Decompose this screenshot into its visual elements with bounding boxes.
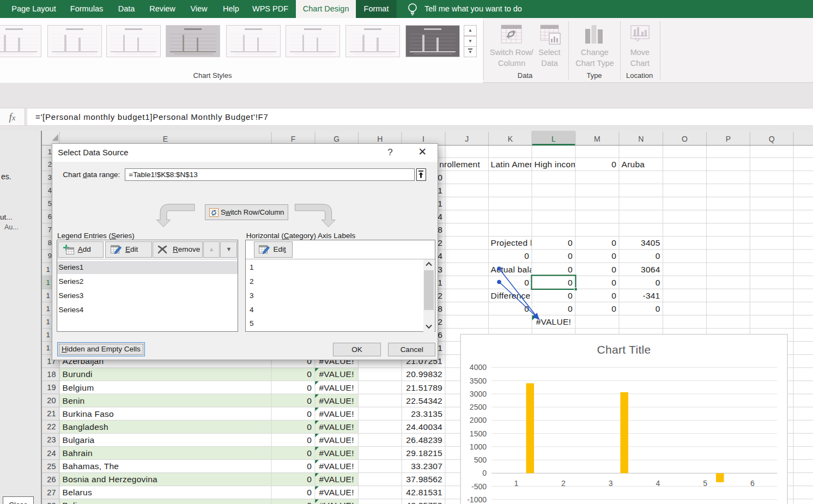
svg-text:0: 0 bbox=[307, 435, 312, 445]
svg-text:H: H bbox=[377, 135, 383, 143]
svg-text:4: 4 bbox=[438, 251, 442, 260]
svg-text:1: 1 bbox=[46, 318, 50, 326]
svg-text:3064: 3064 bbox=[641, 265, 660, 274]
svg-text:Belgium: Belgium bbox=[63, 383, 94, 392]
svg-text:26: 26 bbox=[47, 475, 56, 484]
svg-text:-500: -500 bbox=[471, 482, 487, 491]
svg-text:1: 1 bbox=[46, 305, 50, 313]
svg-text:N: N bbox=[638, 135, 644, 143]
svg-text:0: 0 bbox=[307, 475, 312, 484]
svg-text:19: 19 bbox=[47, 383, 56, 392]
svg-text:0: 0 bbox=[307, 369, 312, 379]
svg-text:0: 0 bbox=[568, 278, 573, 287]
svg-text:2: 2 bbox=[438, 317, 442, 326]
svg-text:28: 28 bbox=[47, 501, 56, 504]
svg-text:0: 0 bbox=[656, 251, 660, 260]
svg-text:1: 1 bbox=[46, 344, 50, 352]
svg-text:1: 1 bbox=[46, 278, 50, 287]
svg-text:0: 0 bbox=[656, 278, 660, 287]
svg-text:3500: 3500 bbox=[470, 377, 487, 385]
svg-text:Burundi: Burundi bbox=[63, 369, 93, 379]
svg-text:Bahrain: Bahrain bbox=[63, 448, 93, 458]
svg-text:3: 3 bbox=[609, 479, 613, 488]
svg-text:0: 0 bbox=[307, 383, 312, 392]
svg-text:E: E bbox=[163, 135, 168, 143]
svg-text:2: 2 bbox=[561, 479, 566, 488]
svg-text:1: 1 bbox=[438, 199, 442, 208]
svg-text:2: 2 bbox=[48, 160, 52, 168]
svg-text:4: 4 bbox=[48, 186, 52, 195]
svg-text:4: 4 bbox=[438, 212, 442, 221]
svg-text:#VALUE!: #VALUE! bbox=[319, 383, 354, 392]
svg-text:1000: 1000 bbox=[470, 442, 487, 451]
svg-text:0: 0 bbox=[568, 265, 573, 274]
svg-text:3405: 3405 bbox=[641, 238, 660, 247]
svg-text:20.99832: 20.99832 bbox=[406, 369, 442, 379]
svg-text:9: 9 bbox=[48, 252, 52, 260]
svg-text:Bangladesh: Bangladesh bbox=[63, 422, 108, 432]
svg-text:2: 2 bbox=[438, 291, 442, 300]
svg-text:#VALUE!: #VALUE! bbox=[319, 475, 354, 484]
svg-text:8: 8 bbox=[48, 239, 52, 247]
svg-text:K: K bbox=[508, 135, 513, 143]
svg-text:#VALUE!: #VALUE! bbox=[536, 317, 571, 326]
svg-text:#VALUE!: #VALUE! bbox=[319, 396, 354, 405]
svg-text:Q: Q bbox=[769, 135, 775, 143]
svg-text:3: 3 bbox=[48, 173, 52, 181]
svg-text:J: J bbox=[465, 135, 469, 143]
svg-text:#VALUE!: #VALUE! bbox=[319, 422, 354, 432]
svg-text:1500: 1500 bbox=[470, 429, 487, 438]
svg-text:5: 5 bbox=[48, 199, 52, 208]
svg-text:-1000: -1000 bbox=[467, 495, 487, 504]
svg-text:8: 8 bbox=[438, 225, 442, 234]
svg-text:Chart Title: Chart Title bbox=[597, 343, 651, 356]
svg-text:Burkina Faso: Burkina Faso bbox=[63, 409, 114, 418]
svg-text:3000: 3000 bbox=[470, 390, 487, 398]
svg-text:6: 6 bbox=[750, 479, 755, 488]
svg-text:24: 24 bbox=[47, 449, 56, 458]
svg-text:0: 0 bbox=[307, 501, 312, 504]
svg-text:0: 0 bbox=[307, 488, 312, 497]
svg-text:1: 1 bbox=[438, 186, 442, 195]
svg-text:0: 0 bbox=[656, 304, 660, 313]
svg-text:L: L bbox=[551, 135, 556, 143]
svg-text:Aruba: Aruba bbox=[622, 160, 645, 169]
svg-text:0: 0 bbox=[568, 238, 573, 247]
svg-text:nrollement: nrollement bbox=[439, 160, 480, 169]
svg-text:I: I bbox=[422, 135, 424, 143]
svg-text:#VALUE!: #VALUE! bbox=[319, 448, 354, 458]
svg-text:O: O bbox=[682, 135, 688, 143]
svg-text:F: F bbox=[291, 135, 296, 143]
svg-text:1: 1 bbox=[46, 265, 50, 274]
svg-text:25: 25 bbox=[47, 462, 56, 471]
svg-text:Belarus: Belarus bbox=[63, 488, 92, 497]
svg-text:5: 5 bbox=[703, 479, 707, 488]
svg-text:1: 1 bbox=[514, 479, 518, 488]
svg-text:29.18215: 29.18215 bbox=[406, 448, 442, 458]
svg-text:4000: 4000 bbox=[470, 363, 487, 372]
svg-text:#VALUE!: #VALUE! bbox=[319, 488, 354, 497]
svg-text:37.98562: 37.98562 bbox=[406, 475, 442, 484]
svg-text:0: 0 bbox=[611, 304, 616, 313]
svg-text:0: 0 bbox=[611, 278, 616, 287]
svg-text:21.51789: 21.51789 bbox=[406, 383, 442, 392]
svg-text:#VALUE!: #VALUE! bbox=[319, 369, 354, 379]
svg-text:1: 1 bbox=[46, 292, 50, 300]
svg-text:M: M bbox=[594, 135, 600, 143]
svg-text:42.81531: 42.81531 bbox=[406, 488, 442, 497]
svg-text:27: 27 bbox=[47, 488, 56, 497]
svg-text:G: G bbox=[333, 135, 339, 143]
svg-text:0: 0 bbox=[568, 251, 573, 260]
svg-text:Bosnia and Herzegovina: Bosnia and Herzegovina bbox=[63, 475, 158, 484]
svg-text:23.3135: 23.3135 bbox=[411, 409, 442, 418]
svg-text:-341: -341 bbox=[642, 291, 660, 300]
svg-text:500: 500 bbox=[474, 456, 487, 464]
svg-text:0: 0 bbox=[307, 422, 312, 432]
svg-text:0: 0 bbox=[611, 251, 616, 260]
svg-text:20: 20 bbox=[47, 396, 56, 405]
svg-text:#VALUE!: #VALUE! bbox=[319, 435, 354, 445]
svg-text:0: 0 bbox=[568, 291, 573, 300]
svg-text:0: 0 bbox=[307, 462, 312, 471]
svg-text:6: 6 bbox=[48, 212, 52, 221]
svg-text:2500: 2500 bbox=[470, 403, 487, 411]
